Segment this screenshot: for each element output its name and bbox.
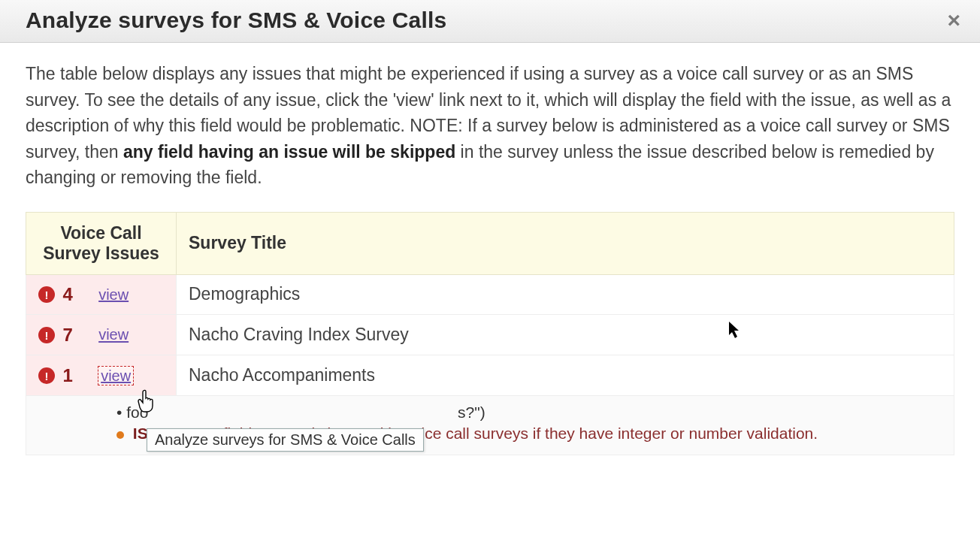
view-link[interactable]: view (98, 286, 129, 303)
col-header-issues: Voice Call Survey Issues (26, 212, 177, 274)
close-icon[interactable]: × (942, 9, 965, 32)
tooltip: Analyze surveys for SMS & Voice Calls (147, 428, 424, 452)
survey-title: Demographics (177, 274, 954, 315)
survey-title: Nacho Craving Index Survey (177, 315, 954, 355)
dialog-titlebar: Analyze surveys for SMS & Voice Calls × (0, 0, 980, 43)
table-row: ! 4 view Demographics (26, 274, 954, 315)
dialog-body: The table below displays any issues that… (0, 43, 980, 473)
issue-count: 1 (62, 365, 72, 385)
alert-icon: ! (38, 327, 55, 343)
issue-field-line: • foo s?") (116, 404, 942, 422)
issue-cell: ! 7 view (26, 315, 177, 355)
col-header-title: Survey Title (177, 212, 954, 274)
field-fragment-pre: foo (126, 404, 148, 421)
alert-icon: ! (38, 286, 55, 303)
survey-title: Nacho Accompaniments (177, 355, 954, 396)
bullet: • (116, 404, 122, 421)
view-link[interactable]: view (98, 367, 133, 385)
issue-cell: ! 4 view (26, 274, 177, 315)
intro-bold: any field having an issue will be skippe… (123, 142, 455, 162)
issues-table: Voice Call Survey Issues Survey Title ! … (26, 212, 954, 456)
issue-dot-icon (116, 431, 124, 439)
field-fragment-post: s?") (458, 404, 485, 421)
issue-count: 7 (62, 325, 72, 345)
issue-count: 4 (62, 284, 72, 304)
view-link[interactable]: view (98, 327, 129, 343)
intro-text: The table below displays any issues that… (26, 61, 954, 191)
table-row: ! 1 view Nacho Accompaniments (26, 355, 954, 396)
dialog-analyze-surveys: Analyze surveys for SMS & Voice Calls × … (0, 0, 980, 473)
dialog-title: Analyze surveys for SMS & Voice Calls (26, 8, 446, 33)
issue-cell: ! 1 view (26, 355, 177, 396)
alert-icon: ! (38, 367, 55, 384)
table-row: ! 7 view Nacho Craving Index Survey (26, 315, 954, 355)
